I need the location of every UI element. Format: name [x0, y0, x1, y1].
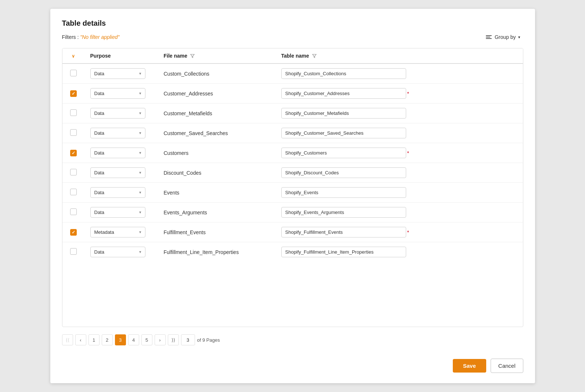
row-6-purpose-chevron: ▾ — [139, 190, 141, 195]
row-1-purpose-cell: Data▾ — [84, 84, 158, 104]
row-3-tablename-cell — [275, 123, 523, 143]
row-4-required-star: * — [407, 150, 409, 156]
row-8-purpose-select[interactable]: Metadata▾ — [90, 227, 145, 237]
row-4-purpose-chevron: ▾ — [139, 150, 141, 155]
pg-1-button[interactable]: 1 — [89, 334, 100, 345]
row-1-filename: Customer_Addresses — [164, 91, 213, 97]
col-filename-label: File name — [164, 53, 188, 59]
table-row: Data▾Events_Arguments — [62, 203, 523, 222]
row-7-filename: Events_Arguments — [164, 210, 207, 215]
row-6-tablename-cell — [275, 183, 523, 203]
row-4-tablename-cell: * — [275, 143, 523, 163]
row-8-filename-cell: Fulfillment_Events — [158, 222, 275, 242]
table-row: Data▾Customer_Addresses* — [62, 84, 523, 104]
row-6-purpose-select[interactable]: Data▾ — [90, 187, 145, 198]
row-7-checkbox[interactable] — [70, 208, 77, 215]
pg-first-button[interactable]: ⟨⟨ — [62, 334, 73, 345]
pg-2-button[interactable]: 2 — [102, 334, 113, 345]
row-4-tablename-input[interactable] — [281, 148, 406, 158]
row-9-checkbox-cell — [62, 242, 84, 262]
table-row: Data▾Events — [62, 183, 523, 203]
row-6-checkbox[interactable] — [70, 189, 77, 195]
row-3-tablename-input[interactable] — [281, 128, 406, 138]
row-5-tablename-cell — [275, 163, 523, 183]
row-9-checkbox[interactable] — [70, 248, 77, 255]
row-1-required-star: * — [407, 91, 409, 97]
row-7-filename-cell: Events_Arguments — [158, 203, 275, 222]
chevron-down-icon: ▾ — [518, 35, 520, 40]
row-3-checkbox[interactable] — [70, 129, 77, 136]
row-4-checkbox[interactable] — [70, 150, 77, 156]
row-1-purpose-select[interactable]: Data▾ — [90, 88, 145, 99]
pg-prev-button[interactable]: ‹ — [75, 334, 86, 345]
row-2-tablename-input[interactable] — [281, 108, 406, 119]
table-row: Data▾Fulfillment_Line_Item_Properties — [62, 242, 523, 262]
row-4-purpose-select[interactable]: Data▾ — [90, 148, 145, 158]
row-3-filename: Customer_Saved_Searches — [164, 130, 228, 136]
row-7-checkbox-cell — [62, 203, 84, 222]
row-9-purpose-select[interactable]: Data▾ — [90, 247, 145, 257]
row-2-checkbox[interactable] — [70, 109, 77, 116]
pg-next-button[interactable]: › — [155, 334, 166, 345]
row-5-checkbox[interactable] — [70, 169, 77, 175]
row-0-purpose-cell: Data▾ — [84, 63, 158, 84]
row-0-checkbox[interactable] — [70, 70, 77, 76]
row-1-tablename-input[interactable] — [281, 88, 406, 99]
filters-value: "No filter applied" — [80, 34, 119, 40]
row-3-tablename-container — [281, 128, 517, 138]
row-8-purpose-value: Metadata — [94, 229, 114, 235]
group-by-button[interactable]: Group by ▾ — [483, 33, 523, 41]
filters-label-text: Filters : — [62, 34, 79, 40]
row-6-checkbox-cell — [62, 183, 84, 203]
row-0-purpose-select[interactable]: Data▾ — [90, 68, 145, 79]
row-1-filename-cell: Customer_Addresses — [158, 84, 275, 104]
row-9-tablename-input[interactable] — [281, 247, 406, 257]
tablename-filter-icon[interactable] — [312, 54, 317, 58]
row-4-purpose-value: Data — [94, 150, 104, 156]
row-2-purpose-value: Data — [94, 110, 104, 116]
row-7-purpose-cell: Data▾ — [84, 203, 158, 222]
pg-last-button[interactable]: ⟩⟩ — [168, 334, 179, 345]
pg-5-button[interactable]: 5 — [141, 334, 152, 345]
row-2-purpose-select[interactable]: Data▾ — [90, 108, 145, 119]
pg-3-button[interactable]: 3 — [115, 334, 126, 345]
table-row: Data▾Customer_Saved_Searches — [62, 123, 523, 143]
row-0-tablename-cell — [275, 63, 523, 84]
row-5-tablename-input[interactable] — [281, 167, 406, 178]
row-8-tablename-container: * — [281, 227, 517, 237]
row-2-checkbox-cell — [62, 104, 84, 123]
row-2-purpose-cell: Data▾ — [84, 104, 158, 123]
row-5-purpose-select[interactable]: Data▾ — [90, 167, 145, 178]
row-1-tablename-container: * — [281, 88, 517, 99]
row-4-purpose-cell: Data▾ — [84, 143, 158, 163]
row-5-checkbox-cell — [62, 163, 84, 183]
row-6-tablename-input[interactable] — [281, 187, 406, 198]
row-8-checkbox[interactable] — [70, 229, 77, 236]
group-by-label: Group by — [495, 34, 516, 40]
row-7-purpose-select[interactable]: Data▾ — [90, 207, 145, 218]
row-1-checkbox[interactable] — [70, 90, 77, 97]
col-sort-header: ∨ — [62, 48, 84, 63]
row-5-purpose-cell: Data▾ — [84, 163, 158, 183]
save-button[interactable]: Save — [453, 359, 486, 373]
pg-input[interactable] — [181, 334, 195, 345]
table-details-modal: Table details Filters : "No filter appli… — [50, 9, 535, 383]
cancel-button[interactable]: Cancel — [491, 359, 523, 373]
row-6-filename: Events — [164, 190, 180, 196]
filename-filter-icon[interactable] — [190, 54, 195, 58]
row-5-filename: Discount_Codes — [164, 170, 202, 176]
row-2-tablename-cell — [275, 104, 523, 123]
row-8-purpose-cell: Metadata▾ — [84, 222, 158, 242]
row-7-tablename-cell — [275, 203, 523, 222]
row-0-tablename-input[interactable] — [281, 68, 406, 79]
row-9-purpose-chevron: ▾ — [139, 250, 141, 254]
table-row: Data▾Custom_Collections — [62, 63, 523, 84]
row-3-purpose-select[interactable]: Data▾ — [90, 128, 145, 138]
row-8-tablename-input[interactable] — [281, 227, 406, 237]
pg-4-button[interactable]: 4 — [128, 334, 139, 345]
row-7-tablename-input[interactable] — [281, 207, 406, 218]
table-header-row: ∨ Purpose File name — [62, 48, 523, 63]
row-0-purpose-value: Data — [94, 71, 104, 76]
row-6-purpose-value: Data — [94, 190, 104, 195]
row-9-filename: Fulfillment_Line_Item_Properties — [164, 249, 239, 255]
